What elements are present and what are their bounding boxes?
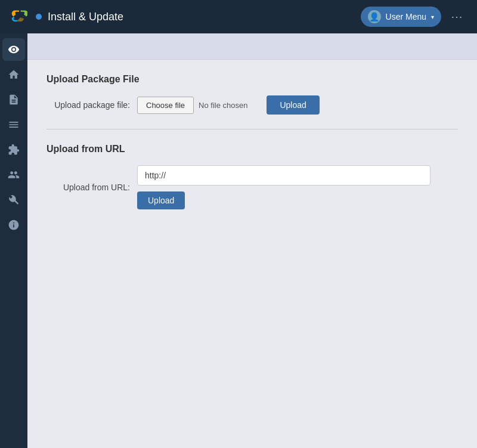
upload-package-title: Upload Package File: [47, 74, 458, 85]
sidebar-item-content[interactable]: [2, 88, 25, 111]
sidebar-item-system[interactable]: [2, 189, 25, 211]
upload-url-title: Upload from URL: [47, 144, 458, 155]
active-dot: [36, 14, 42, 20]
choose-file-button[interactable]: Choose file: [137, 97, 194, 114]
upload-url-section: Upload from URL Upload from URL: Upload: [47, 144, 458, 209]
upload-url-button[interactable]: Upload: [137, 191, 185, 209]
layout: Upload Package File Upload package file:…: [0, 33, 477, 448]
sidebar: [0, 33, 27, 448]
chevron-down-icon: ▾: [431, 14, 434, 20]
url-input[interactable]: [137, 165, 430, 186]
user-menu-button[interactable]: 👤 User Menu ▾: [361, 7, 441, 27]
topbar-right: 👤 User Menu ▾ ⋯: [361, 7, 467, 27]
upload-url-label: Upload from URL:: [47, 183, 130, 192]
sidebar-item-home[interactable]: [2, 63, 25, 86]
content-area: Upload Package File Upload package file:…: [27, 60, 477, 238]
sidebar-item-extensions[interactable]: [2, 138, 25, 161]
joomla-logo: [10, 7, 29, 26]
main-content: Upload Package File Upload package file:…: [27, 33, 477, 448]
upload-package-section: Upload Package File Upload package file:…: [47, 74, 458, 115]
sidebar-item-help[interactable]: [2, 214, 25, 236]
sub-header: [27, 33, 477, 60]
more-icon: ⋯: [451, 10, 464, 23]
user-menu-label: User Menu: [386, 12, 426, 21]
upload-url-row: Upload from URL: Upload: [47, 165, 458, 209]
section-divider: [47, 129, 458, 129]
file-input-wrapper: Choose file No file chosen: [137, 97, 247, 114]
user-avatar-icon: 👤: [368, 10, 381, 23]
upload-package-label: Upload package file:: [47, 100, 130, 110]
page-title-area: Install & Update: [36, 11, 361, 23]
page-title: Install & Update: [48, 11, 123, 23]
no-file-text: No file chosen: [199, 101, 247, 110]
sidebar-item-menus[interactable]: [2, 113, 25, 136]
upload-package-row: Upload package file: Choose file No file…: [47, 95, 458, 115]
upload-package-button[interactable]: Upload: [267, 95, 319, 115]
url-input-wrapper: Upload: [137, 165, 430, 209]
more-options-button[interactable]: ⋯: [447, 7, 467, 26]
sidebar-item-toggle[interactable]: [2, 38, 25, 61]
sidebar-item-users[interactable]: [2, 163, 25, 186]
topbar: Install & Update 👤 User Menu ▾ ⋯: [0, 0, 477, 33]
